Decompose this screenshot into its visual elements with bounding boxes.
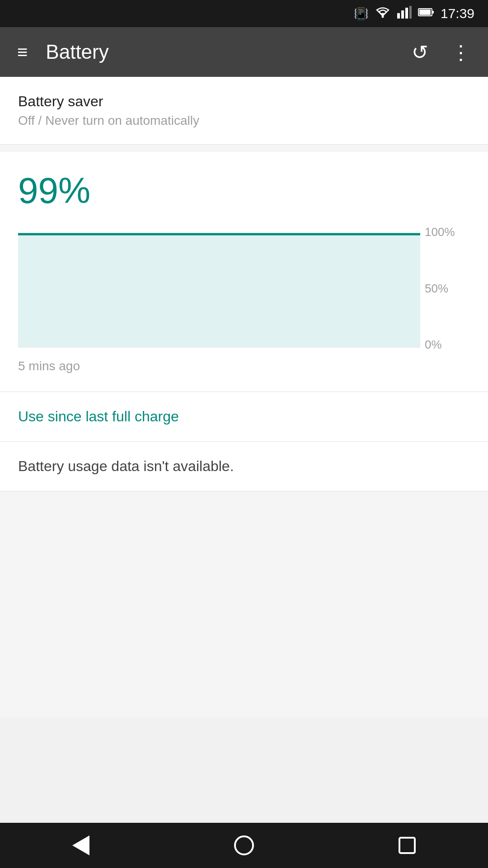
app-bar: ≡ Battery ↺ ⋮ <box>0 27 488 77</box>
signal-icon <box>397 6 412 22</box>
empty-space <box>0 491 488 717</box>
chart-graph <box>18 225 420 352</box>
menu-button[interactable]: ≡ <box>13 38 32 67</box>
status-time: 17:39 <box>441 6 474 21</box>
battery-percent-value: 99% <box>18 170 470 212</box>
svg-marker-11 <box>18 234 420 347</box>
content: Battery saver Off / Never turn on automa… <box>0 77 488 717</box>
battery-usage-text: Battery usage data isn't available. <box>18 458 234 474</box>
chart-label-50: 50% <box>425 282 470 296</box>
nav-back-button[interactable] <box>72 835 89 855</box>
nav-home-button[interactable] <box>234 835 254 855</box>
more-options-button[interactable]: ⋮ <box>446 36 475 68</box>
time-label: 5 mins ago <box>18 359 470 373</box>
use-since-link[interactable]: Use since last full charge <box>18 408 179 425</box>
svg-rect-3 <box>405 8 408 19</box>
bottom-nav <box>0 823 488 868</box>
nav-recents-button[interactable] <box>399 837 416 854</box>
battery-status-icon <box>418 7 434 21</box>
battery-saver-subtitle: Off / Never turn on automatically <box>18 113 470 128</box>
chart-label-100: 100% <box>425 225 470 239</box>
svg-rect-2 <box>401 10 404 19</box>
svg-point-0 <box>381 15 384 18</box>
chart-label-0: 0% <box>425 338 470 352</box>
battery-usage-section: Battery usage data isn't available. <box>0 441 488 491</box>
chart-labels: 100% 50% 0% <box>420 225 470 352</box>
use-since-section[interactable]: Use since last full charge <box>0 392 488 441</box>
status-bar: 📳 17:39 <box>0 0 488 27</box>
app-bar-title: Battery <box>46 41 394 63</box>
battery-percent-section: 99% <box>0 152 488 392</box>
vibrate-icon: 📳 <box>354 7 368 21</box>
wifi-icon <box>375 6 391 22</box>
refresh-button[interactable]: ↺ <box>407 36 433 68</box>
status-icons: 📳 17:39 <box>354 6 474 22</box>
chart-area: 100% 50% 0% <box>18 225 470 352</box>
battery-saver-title: Battery saver <box>18 93 470 110</box>
svg-rect-7 <box>432 11 434 14</box>
battery-chart-svg <box>18 225 420 352</box>
battery-saver-section[interactable]: Battery saver Off / Never turn on automa… <box>0 77 488 145</box>
svg-rect-4 <box>409 6 412 19</box>
svg-rect-1 <box>397 13 400 19</box>
svg-rect-6 <box>419 9 431 15</box>
chart-container: 100% 50% 0% 5 mins ago <box>18 225 470 382</box>
